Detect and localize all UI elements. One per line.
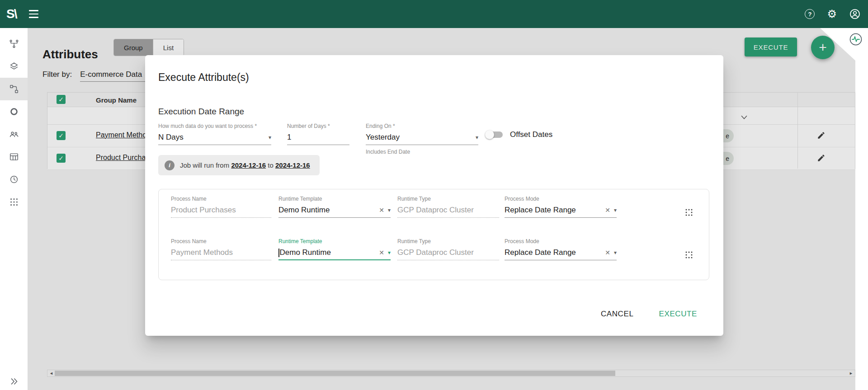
menu-icon[interactable] [29,10,38,18]
end-date-link[interactable]: 2024-12-16 [275,161,310,169]
sidebar-item-schedule[interactable] [0,168,28,191]
account-icon[interactable] [849,8,861,20]
process-name-field: Process Name Product Purchases [171,196,271,218]
process-name-field: Process Name Payment Methods [171,238,271,260]
sidebar-item-tables[interactable] [0,146,28,168]
dropdown-arrow-icon[interactable]: ▾ [269,134,271,141]
ring-icon [9,107,19,117]
groups-icon [9,129,19,139]
toggle-switch[interactable] [486,132,503,138]
activity-monitor-icon[interactable] [849,33,863,46]
how-much-data-select[interactable]: How much data do you want to process * N… [158,123,271,145]
table-icon [9,152,19,162]
ending-on-select[interactable]: Ending On * Yesterday ▾ Includes End Dat… [366,123,478,155]
offset-dates-label: Offset Dates [510,130,552,139]
start-date-link[interactable]: 2024-12-16 [231,161,266,169]
number-of-days-input[interactable]: Number of Days * 1 [287,123,349,145]
dialog-title: Execute Attribute(s) [158,71,249,84]
job-run-infobox: i Job will run from 2024-12-16 to 2024-1… [158,155,320,175]
runtime-type-field: Runtime Type GCP Dataproc Cluster [397,196,499,218]
drag-handle-icon[interactable] [685,208,693,218]
app-logo: S\ [6,7,16,21]
info-icon: i [165,160,175,170]
sidebar-item-hierarchy[interactable] [0,33,28,55]
dropdown-arrow-icon[interactable]: ▾ [476,134,478,141]
clear-icon[interactable]: ✕ [605,207,610,214]
sidebar-expand-button[interactable] [0,376,28,386]
sidebar-item-layers[interactable] [0,55,28,78]
clear-icon[interactable]: ✕ [605,249,610,256]
execute-button-dialog[interactable]: EXECUTE [653,306,704,322]
sidebar-item-pipelines[interactable] [0,78,28,100]
clear-icon[interactable]: ✕ [379,207,384,214]
sidebar-item-apps[interactable] [0,191,28,213]
drag-handle-icon[interactable] [685,251,693,261]
process-list-card: Process Name Product Purchases Runtime T… [158,189,709,280]
dropdown-arrow-icon[interactable]: ▾ [388,249,391,256]
right-sidebar [855,28,868,390]
pipeline-icon [9,84,19,94]
settings-gear-icon[interactable]: ⚙ [827,9,837,19]
process-mode-select[interactable]: Process Mode Replace Date Range ✕ ▾ [505,238,617,260]
layers-icon [9,61,19,71]
text-caret [278,249,279,257]
section-title: Execution Date Range [158,107,244,117]
dropdown-arrow-icon[interactable]: ▾ [614,249,617,256]
clear-icon[interactable]: ✕ [379,249,384,256]
apps-grid-icon [9,197,19,207]
dropdown-arrow-icon[interactable]: ▾ [388,207,391,213]
top-bar: S\ ? ⚙ [0,0,868,28]
double-chevron-right-icon [9,376,19,386]
runtime-template-select[interactable]: Runtime Template Demo Runtime ✕ ▾ [278,196,391,218]
process-mode-select[interactable]: Process Mode Replace Date Range ✕ ▾ [505,196,617,218]
hierarchy-icon [9,39,19,49]
app-root: S\ ? ⚙ [0,0,868,390]
cancel-button[interactable]: CANCEL [594,306,640,322]
sidebar-item-ring[interactable] [0,100,28,123]
dropdown-arrow-icon[interactable]: ▾ [614,207,617,213]
sidebar-item-groups[interactable] [0,123,28,146]
runtime-type-field: Runtime Type GCP Dataproc Cluster [397,238,499,260]
includes-end-date-helper: Includes End Date [366,149,478,155]
runtime-template-select-focused[interactable]: Runtime Template Demo Runtime ✕ ▾ [278,238,391,260]
help-icon[interactable]: ? [805,9,815,19]
clock-icon [9,174,19,184]
execute-attributes-dialog: Execute Attribute(s) Execution Date Rang… [145,55,723,336]
offset-dates-toggle[interactable]: Offset Dates [486,130,552,139]
left-sidebar [0,28,28,390]
